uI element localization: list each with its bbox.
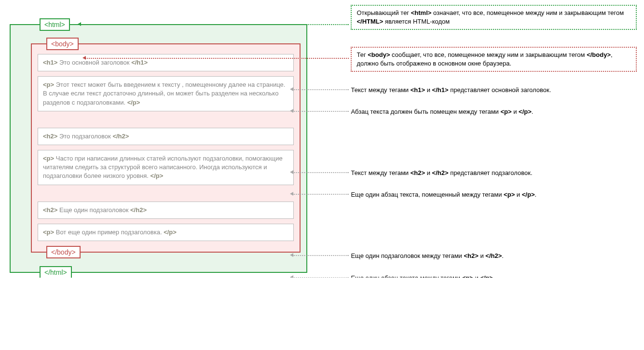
annotation-body-open: Тег <body> сообщает, что все, помещенное… [351, 47, 637, 72]
annotation-p3: Еще один абзац текста между тегами <p> и… [351, 273, 637, 278]
annotation-h1: Текст между тегами <h1> и </h1> представ… [351, 85, 637, 95]
element-h2: <h2> Это подзаголовок </h2> [38, 128, 294, 145]
tag-close: </p> [164, 229, 177, 236]
tag-close: </p> [127, 99, 140, 106]
html-container: <html> </html> <body> </body> <h1> Это о… [10, 24, 307, 273]
element-h1: <h1> Это основной заголовок </h1> [38, 54, 294, 71]
html-close-tag: </html> [40, 266, 72, 278]
tag-close: </h2> [112, 133, 129, 140]
element-text: Вот еще один пример подзаголовка. [54, 229, 164, 236]
tag-open: <h1> [43, 59, 57, 66]
annotation-p1: Абзац текста должен быть помещен между т… [351, 107, 637, 117]
tag-open: <p> [43, 81, 54, 88]
tag-open: <p> [43, 229, 54, 236]
element-text: Еще один подзаголовок [57, 206, 130, 214]
element-text: Это основной заголовок [57, 59, 131, 66]
annotation-h2: Текст между тегами <h2> и </h2> представ… [351, 168, 637, 178]
body-open-tag: <body> [46, 38, 79, 50]
annotations-column: Открывающий тег <html> означает, что все… [307, 5, 639, 273]
annotation-html-open: Открывающий тег <html> означает, что все… [351, 5, 637, 30]
annotation-p2: Еще один абзац текста, помещенный между … [351, 189, 637, 200]
html-open-tag: <html> [40, 18, 70, 31]
element-p3: <p> Вот еще один пример подзаголовка. </… [38, 224, 294, 241]
tag-open: <p> [43, 155, 54, 162]
body-container: <body> </body> <h1> Это основной заголов… [31, 43, 301, 253]
element-p2: <p> Часто при написании длинных статей и… [38, 150, 294, 185]
element-text: Этот текст может быть введением к тексту… [43, 81, 285, 106]
tag-open: <h2> [43, 206, 57, 214]
tag-open: <h2> [43, 133, 57, 140]
tag-close: </p> [151, 172, 164, 179]
element-text: Это подзаголовок [57, 133, 112, 140]
annotation-h2b: Еще один подзаголовок между тегами <h2> … [351, 251, 637, 261]
diagram-left: <html> </html> <body> </body> <h1> Это о… [5, 5, 307, 273]
body-close-tag: </body> [46, 246, 81, 258]
element-h2b: <h2> Еще один подзаголовок </h2> [38, 202, 294, 219]
element-p1: <p> Этот текст может быть введением к те… [38, 76, 294, 111]
tag-close: </h1> [131, 59, 148, 66]
tag-close: </h2> [130, 206, 147, 214]
